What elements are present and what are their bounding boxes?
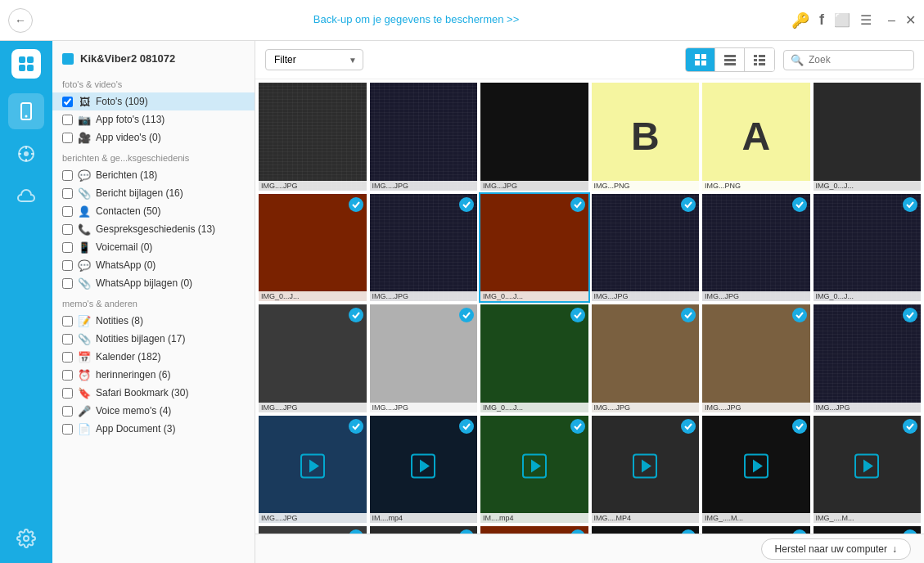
- voicemail-checkbox[interactable]: [62, 242, 73, 253]
- photo-cell[interactable]: IMG....JPG: [370, 304, 478, 412]
- photo-cell[interactable]: IMG...JPG: [814, 304, 922, 412]
- photo-grid: IMG....JPGIMG....JPGIMG...JPGBIMG...PNGA…: [259, 83, 921, 534]
- notities-icon: 📝: [78, 314, 91, 327]
- section-title-media: foto's & video's: [52, 73, 255, 92]
- sidebar-item-whatsapp[interactable]: 💬 WhatsApp (0): [52, 256, 255, 274]
- photo-cell[interactable]: IMG....JPG: [370, 194, 478, 302]
- photo-cell[interactable]: IMG_....M...: [814, 416, 922, 524]
- photo-cell[interactable]: IMG....JPG: [702, 304, 810, 412]
- fotos-checkbox[interactable]: [62, 97, 73, 107]
- berichten-checkbox[interactable]: [62, 170, 73, 181]
- photo-check-icon: [681, 308, 696, 322]
- appvideos-checkbox[interactable]: [62, 133, 73, 143]
- photo-cell[interactable]: IMG...JPG: [592, 194, 700, 302]
- back-icon: ←: [15, 14, 26, 27]
- backup-link[interactable]: Back-up om je gegevens te beschermen >>: [313, 13, 519, 25]
- photo-cell[interactable]: IMG_0....J...: [480, 304, 588, 412]
- notitiesbijlagen-checkbox[interactable]: [62, 334, 73, 345]
- photo-cell[interactable]: [814, 526, 922, 534]
- photo-cell[interactable]: AIMG...PNG: [702, 83, 810, 191]
- appdocument-label: App Document (3): [96, 423, 245, 435]
- photo-cell[interactable]: IMG....JPG: [259, 416, 367, 524]
- notities-label: Notities (8): [96, 315, 245, 327]
- photo-cell[interactable]: [370, 526, 478, 534]
- nav-cloud[interactable]: [8, 178, 44, 214]
- view-grid-button[interactable]: [686, 48, 715, 71]
- photo-cell[interactable]: [259, 526, 367, 534]
- svg-point-5: [25, 115, 28, 118]
- whatsapp-checkbox[interactable]: [62, 260, 73, 271]
- sidebar-item-voicemail[interactable]: 📱 Voicemail (0): [52, 238, 255, 256]
- photo-check-icon: [570, 308, 585, 322]
- gespreksgesc-checkbox[interactable]: [62, 224, 73, 235]
- sidebar-item-berichtbijlagen[interactable]: 📎 Bericht bijlagen (16): [52, 184, 255, 202]
- close-icon[interactable]: ✕: [905, 12, 916, 28]
- photo-cell[interactable]: IMG_0...J...: [814, 83, 922, 191]
- photo-label: IMG....MP4: [592, 513, 700, 523]
- photo-cell[interactable]: IMG....JPG: [259, 83, 367, 191]
- sidebar-item-whatsappbijlagen[interactable]: 📎 WhatsApp bijlagen (0): [52, 274, 255, 292]
- photo-cell[interactable]: IM....mp4: [480, 416, 588, 524]
- photo-cell[interactable]: IMG_0....J...: [480, 194, 588, 302]
- minimize-icon[interactable]: –: [888, 13, 895, 28]
- sidebar-item-appdocument[interactable]: 📄 App Document (3): [52, 420, 255, 438]
- key-icon[interactable]: 🔑: [791, 11, 809, 29]
- svg-rect-16: [754, 55, 757, 57]
- sidebar-item-fotos[interactable]: 🖼 Foto's (109): [52, 92, 255, 110]
- sidebar-item-gespreksgeschiedenis[interactable]: 📞 Gespreksgeschiedenis (13): [52, 220, 255, 238]
- sidebar-item-notities[interactable]: 📝 Notities (8): [52, 312, 255, 330]
- view-list-button[interactable]: [715, 48, 745, 71]
- photo-cell[interactable]: IMG....JPG: [259, 304, 367, 412]
- nav-settings[interactable]: [8, 520, 44, 556]
- sidebar-item-voicememos[interactable]: 🎤 Voice memo's (4): [52, 402, 255, 420]
- sidebar-item-contacten[interactable]: 👤 Contacten (50): [52, 202, 255, 220]
- sidebar-item-appfotos[interactable]: 📷 App foto's (113): [52, 110, 255, 128]
- photo-cell[interactable]: [592, 526, 700, 534]
- photo-cell[interactable]: IMG....MP4: [592, 416, 700, 524]
- photo-cell[interactable]: IMG...JPG: [702, 194, 810, 302]
- sidebar-item-herinneringen[interactable]: ⏰ herinneringen (6): [52, 366, 255, 384]
- whatsappbijlagen-checkbox[interactable]: [62, 278, 73, 289]
- sidebar-item-notitiesbijlagen[interactable]: 📎 Notities bijlagen (17): [52, 330, 255, 348]
- sidebar-item-kalender[interactable]: 📅 Kalender (182): [52, 348, 255, 366]
- herinneringen-checkbox[interactable]: [62, 370, 73, 381]
- sidebar-item-appvideos[interactable]: 🎥 App video's (0): [52, 128, 255, 146]
- photo-label: IMG....JPG: [702, 403, 810, 412]
- photo-cell[interactable]: IMG_0...J...: [259, 194, 367, 302]
- appdocument-checkbox[interactable]: [62, 424, 73, 435]
- photo-cell[interactable]: IMG_....M...: [702, 416, 810, 524]
- svg-rect-0: [19, 56, 25, 63]
- restore-button[interactable]: Herstel naar uw computer ↓: [761, 538, 911, 560]
- contacten-checkbox[interactable]: [62, 206, 73, 217]
- photo-cell[interactable]: IMG....JPG: [370, 83, 478, 191]
- appfotos-checkbox[interactable]: [62, 115, 73, 125]
- photo-cell[interactable]: [702, 526, 810, 534]
- nav-music[interactable]: [8, 136, 44, 172]
- facebook-icon[interactable]: f: [819, 11, 824, 29]
- berichtbijlagen-checkbox[interactable]: [62, 188, 73, 199]
- filter-select[interactable]: Filter Alle Foto's Video's: [265, 49, 363, 70]
- svg-marker-33: [863, 460, 873, 473]
- photo-cell[interactable]: IMG...JPG: [480, 83, 588, 191]
- search-input[interactable]: [809, 54, 907, 65]
- notities-checkbox[interactable]: [62, 316, 73, 327]
- photo-cell[interactable]: IM....mp4: [370, 416, 478, 524]
- safari-checkbox[interactable]: [62, 388, 73, 399]
- window-icon[interactable]: ⬜: [834, 12, 850, 28]
- back-button[interactable]: ←: [8, 8, 33, 33]
- appfotos-icon: 📷: [78, 113, 91, 126]
- photo-cell[interactable]: [480, 526, 588, 534]
- sidebar-item-safaribookmark[interactable]: 🔖 Safari Bookmark (30): [52, 384, 255, 402]
- photo-label: IMG...PNG: [702, 181, 810, 191]
- kalender-checkbox[interactable]: [62, 352, 73, 363]
- menu-icon[interactable]: ☰: [860, 12, 872, 28]
- view-detail-button[interactable]: [745, 48, 774, 71]
- photo-cell[interactable]: IMG....JPG: [592, 304, 700, 412]
- photo-cell[interactable]: BIMG...PNG: [592, 83, 700, 191]
- voicememos-checkbox[interactable]: [62, 406, 73, 417]
- sidebar-item-berichten[interactable]: 💬 Berichten (18): [52, 166, 255, 184]
- photo-label: IMG_....M...: [814, 513, 922, 523]
- nav-device[interactable]: [8, 93, 44, 129]
- section-title-memos: Memo's & anderen: [52, 292, 255, 312]
- photo-cell[interactable]: IMG_0...J...: [814, 194, 922, 302]
